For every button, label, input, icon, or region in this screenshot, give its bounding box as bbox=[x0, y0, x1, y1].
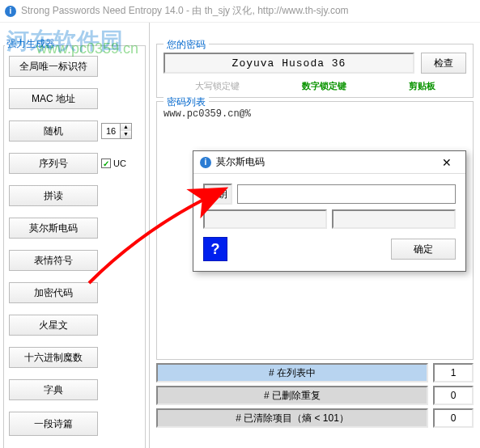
window-title: Strong Passwords Need Entropy 14.0 - 由 t… bbox=[21, 4, 349, 18]
key-label: 密钥 bbox=[203, 184, 232, 205]
dialog-icon: i bbox=[200, 157, 211, 168]
spinner-down-icon[interactable]: ▼ bbox=[120, 131, 131, 138]
stat-cleared-label: # 已清除项目（熵 < 101） bbox=[156, 408, 428, 428]
sidebar-group-label: 强力生成器 bbox=[5, 37, 57, 51]
password-display: Zoyuva Husoda 36 bbox=[164, 53, 414, 74]
uc-label: UC bbox=[113, 158, 126, 168]
help-button[interactable]: ? bbox=[203, 237, 227, 261]
key-input[interactable] bbox=[237, 184, 456, 204]
dialog-title: 莫尔斯电码 bbox=[216, 155, 265, 169]
random-button[interactable]: 随机 bbox=[9, 120, 98, 142]
check-button[interactable]: 检查 bbox=[421, 53, 466, 74]
sidebar: 强力生成器 全局唯一标识符 MAC 地址 随机 16 ▲ ▼ 序列号 ✓ UC bbox=[0, 23, 150, 448]
spinner-value: 16 bbox=[102, 126, 120, 136]
pinyin-button[interactable]: 拼读 bbox=[9, 185, 98, 206]
capslock-indicator: 大写锁定键 bbox=[195, 80, 240, 92]
stat-dup-label: # 已删除重复 bbox=[156, 386, 428, 405]
ok-button[interactable]: 确定 bbox=[391, 239, 456, 260]
stat-inlist-value: 1 bbox=[433, 363, 474, 382]
hexmagic-button[interactable]: 十六进制魔数 bbox=[9, 347, 98, 368]
morse-dialog: i 莫尔斯电码 ✕ 密钥 ? 确定 bbox=[193, 150, 466, 272]
app-icon: i bbox=[5, 6, 16, 17]
uc-checkbox[interactable]: ✓ UC bbox=[101, 158, 126, 168]
list-group-label: 密码列表 bbox=[164, 95, 209, 109]
output-field-2 bbox=[332, 209, 456, 229]
poem-button[interactable]: 一段诗篇 bbox=[9, 412, 98, 436]
emoji-button[interactable]: 表情符号 bbox=[9, 250, 98, 271]
serial-button[interactable]: 序列号 bbox=[9, 153, 98, 174]
morse-button[interactable]: 莫尔斯电码 bbox=[9, 218, 98, 239]
stat-inlist-label: # 在列表中 bbox=[156, 363, 428, 382]
output-field-1 bbox=[203, 209, 327, 229]
clipboard-indicator: 剪贴板 bbox=[409, 80, 435, 92]
stat-dup-value: 0 bbox=[433, 386, 474, 405]
stat-cleared-value: 0 bbox=[433, 408, 474, 428]
dialog-titlebar[interactable]: i 莫尔斯电码 ✕ bbox=[193, 151, 465, 174]
password-group-label: 您的密码 bbox=[164, 38, 209, 52]
numlock-indicator: 数字锁定键 bbox=[302, 80, 346, 92]
list-content: www.pc0359.cn@% bbox=[164, 108, 466, 120]
mac-button[interactable]: MAC 地址 bbox=[9, 88, 98, 109]
password-group: 您的密码 Zoyuva Husoda 36 检查 大写锁定键 数字锁定键 剪贴板 bbox=[156, 44, 474, 98]
title-bar: i Strong Passwords Need Entropy 14.0 - 由… bbox=[0, 0, 480, 23]
martian-button[interactable]: 火星文 bbox=[9, 315, 98, 336]
dict-button[interactable]: 字典 bbox=[9, 379, 98, 400]
encrypt-button[interactable]: 加密代码 bbox=[9, 282, 98, 303]
length-spinner[interactable]: 16 ▲ ▼ bbox=[101, 123, 132, 139]
check-icon: ✓ bbox=[101, 158, 111, 168]
spinner-up-icon[interactable]: ▲ bbox=[120, 124, 131, 131]
close-icon[interactable]: ✕ bbox=[435, 154, 459, 171]
guid-button[interactable]: 全局唯一标识符 bbox=[9, 56, 98, 77]
